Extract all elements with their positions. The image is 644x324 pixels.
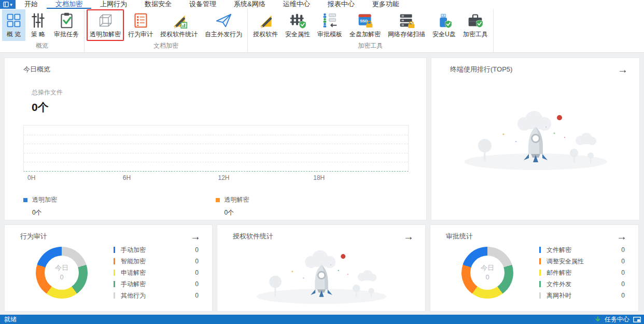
donut-center-label: 今日 (481, 263, 494, 273)
legend-item: 其他行为 0 (114, 290, 199, 301)
outgoing-paper-plane-icon (215, 12, 232, 29)
chart-legend: 透明加密 0个 透明解密 0个 (23, 195, 408, 217)
legend-value: 0 (621, 280, 625, 288)
ribbon-tab[interactable]: 上网行为 (91, 0, 136, 9)
app-menu-button[interactable]: ▾ (0, 0, 16, 9)
donut-center-value: 0 (485, 273, 489, 282)
encrypt-toolbox-icon (467, 12, 484, 29)
arrow-icon[interactable]: → (403, 233, 414, 240)
chart-x-axis: 0H 6H 12H 18H (23, 174, 409, 181)
legend-label: 手动加密 (121, 246, 195, 255)
x-axis-tick: 6H (123, 174, 218, 181)
ribbon-tab[interactable]: 设备管理 (180, 0, 225, 9)
ribbon-tab[interactable]: 更多功能 (363, 0, 408, 9)
ribbon-button[interactable]: 全盘加解密 (346, 9, 384, 41)
total-files-label: 总操作文件 (32, 88, 426, 97)
ribbon-tab[interactable]: 文档加密 (47, 0, 91, 9)
ribbon-button[interactable]: 网络存储扫描 (385, 9, 428, 41)
approval-template-icon (321, 12, 339, 29)
legend-item: 透明解密 0个 (216, 195, 408, 217)
behavior-audit-list-icon (132, 12, 149, 29)
donut-legend: 手动加密 0 智能加密 0 申请解密 0 (114, 244, 199, 301)
network-storage-scan-icon (398, 12, 415, 29)
legend-item: 手动解密 0 (114, 278, 199, 290)
legend-item: 文件外发 0 (539, 278, 625, 290)
ribbon-button[interactable]: 审批任务 (51, 9, 82, 41)
total-files-value: 0个 (32, 100, 426, 115)
ribbon-button[interactable]: 策 略 (26, 9, 50, 41)
ribbon-button[interactable]: 安全属性 (282, 9, 313, 41)
transparent-encrypt-cube-icon (97, 12, 114, 29)
ribbon-tab[interactable]: 报表中心 (319, 0, 363, 9)
legend-value: 0 (621, 246, 625, 253)
ribbon-tab[interactable]: 系统&网络 (225, 0, 274, 9)
legend-item: 手动加密 0 (114, 244, 199, 256)
secure-usb-icon (436, 12, 453, 29)
legend-value: 0 (195, 258, 199, 265)
legend-label: 手动解密 (121, 280, 195, 289)
donut-legend: 文件解密 0 调整安全属性 0 邮件解密 0 (539, 244, 625, 301)
legend-swatch (539, 281, 541, 287)
today-overview-panel: 今日概览 总操作文件 0个 0H 6H 12H 18H 透明加密 (4, 58, 427, 220)
terminal-rank-panel: 终端使用排行(TOP5) → (431, 58, 640, 220)
legend-value: 0个 (225, 208, 408, 217)
authorized-software-icon (257, 12, 274, 29)
legend-value: 0 (621, 258, 625, 265)
donut-chart: 今日 0 (36, 247, 88, 299)
ribbon-button[interactable]: 透明加解密 (87, 9, 124, 41)
overview-grid-icon (5, 12, 22, 29)
desktop-panel-icon[interactable] (633, 317, 641, 322)
legend-value: 0 (621, 292, 625, 299)
legend-label: 其他行为 (121, 291, 195, 300)
legend-swatch (114, 270, 115, 276)
policy-sliders-icon (30, 12, 47, 29)
ribbon-group-label: 加密工具 (248, 41, 493, 52)
legend-value: 0 (195, 246, 199, 253)
legend-item: 离网补时 0 (539, 290, 625, 301)
ribbon-tab[interactable]: 开始 (16, 0, 47, 9)
app-menu-caret-icon: ▾ (10, 2, 12, 7)
ribbon-button[interactable]: 授权软件统计 (157, 9, 201, 41)
legend-swatch (114, 247, 115, 253)
ribbon-button[interactable]: 审批模板 (314, 9, 345, 41)
legend-item: 邮件解密 0 (539, 267, 625, 278)
approval-task-clipboard-icon (58, 12, 75, 29)
rocket-empty-state-illustration (458, 104, 613, 172)
legend-label: 文件外发 (547, 280, 621, 289)
donut-center-label: 今日 (55, 263, 68, 273)
legend-label: 透明加密 (32, 195, 57, 204)
arrow-icon[interactable]: → (617, 233, 627, 240)
task-center-button[interactable]: 任务中心 (605, 315, 629, 324)
legend-item: 文件解密 0 (539, 244, 625, 256)
x-axis-tick: 0H (27, 174, 123, 181)
legend-item: 透明加密 0个 (23, 195, 216, 217)
legend-label: 离网补时 (547, 291, 621, 300)
ribbon-button[interactable]: 自主外发行为 (202, 9, 245, 41)
legend-label: 申请解密 (121, 269, 195, 277)
legend-label: 智能加密 (121, 257, 195, 266)
ribbon-button[interactable]: 概 览 (2, 9, 25, 41)
legend-item: 调整安全属性 0 (539, 256, 625, 267)
donut-center-value: 0 (60, 273, 63, 282)
ribbon-button[interactable]: 加密工具 (460, 9, 491, 41)
ribbon-tab[interactable]: 运维中心 (274, 0, 319, 9)
legend-value: 0 (195, 292, 199, 299)
legend-value: 0 (195, 280, 199, 288)
legend-swatch (539, 292, 541, 299)
download-icon (595, 316, 601, 322)
behavior-audit-panel: 行为审计 → 今日 0 手动加密 0 (4, 224, 213, 312)
arrow-icon[interactable]: → (190, 233, 201, 240)
ribbon-group-doc-encrypt: 透明加解密 行为审计 授权软件统计 自主外发行为 文档加密 (85, 9, 248, 52)
ribbon-button[interactable]: 授权软件 (250, 9, 281, 41)
ribbon-tab[interactable]: 数据安全 (136, 0, 180, 9)
full-disk-encrypt-ssd-icon (357, 12, 374, 29)
legend-item: 智能加密 0 (114, 256, 199, 267)
app-menu-icon (3, 2, 9, 7)
legend-value: 0 (195, 269, 199, 276)
arrow-icon[interactable]: → (618, 66, 628, 73)
ribbon-button[interactable]: 安全U盘 (429, 9, 459, 41)
ribbon-button[interactable]: 行为审计 (125, 9, 156, 41)
ribbon-group-encrypt-tools: 授权软件 安全属性 审批模板 全盘加解密 (248, 9, 494, 52)
approval-stats-panel: 审批统计 → 今日 0 文件解密 0 (430, 224, 639, 312)
panel-title: 行为审计 (20, 232, 47, 241)
